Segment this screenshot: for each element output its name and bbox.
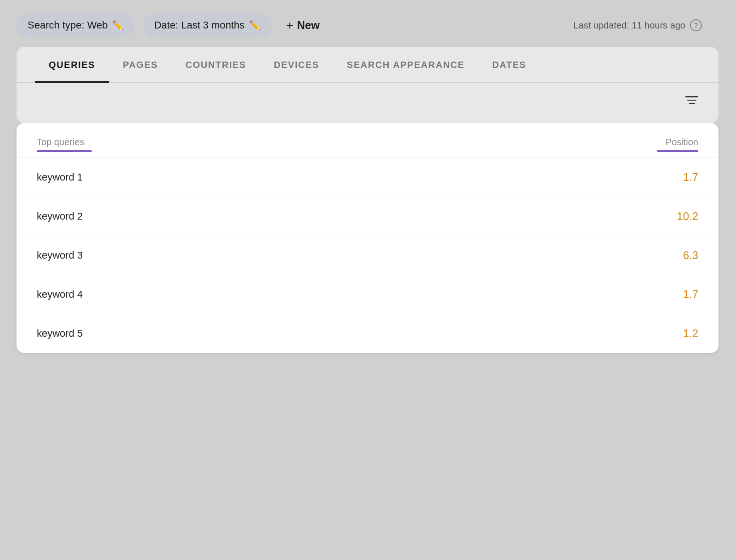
table-row[interactable]: keyword 2 10.2 [17, 197, 718, 236]
date-edit-icon[interactable]: ✏️ [249, 20, 260, 31]
top-bar: Search type: Web ✏️ Date: Last 3 months … [0, 0, 735, 47]
col-query-label: Top queries [37, 137, 92, 147]
filter-button[interactable] [682, 90, 702, 110]
new-button[interactable]: + New [280, 14, 326, 37]
filter-lines-icon [685, 96, 698, 104]
last-updated: Last updated: 11 hours ago ? [573, 19, 718, 31]
table-row[interactable]: keyword 1 1.7 [17, 158, 718, 197]
position-value: 1.2 [683, 327, 698, 340]
table-row[interactable]: keyword 4 1.7 [17, 275, 718, 314]
position-value: 1.7 [683, 288, 698, 301]
search-type-edit-icon[interactable]: ✏️ [112, 20, 124, 31]
col-position: Position [657, 137, 698, 152]
position-value: 10.2 [677, 210, 698, 223]
help-icon[interactable]: ? [690, 19, 702, 31]
date-label: Date: Last 3 months [154, 19, 244, 31]
keyword-label: keyword 4 [37, 288, 83, 300]
col-position-label: Position [657, 137, 698, 147]
position-value: 1.7 [683, 171, 698, 184]
table-row[interactable]: keyword 3 6.3 [17, 236, 718, 275]
keyword-label: keyword 5 [37, 328, 83, 339]
position-value: 6.3 [683, 249, 698, 262]
plus-icon: + [286, 18, 293, 33]
tab-countries[interactable]: COUNTRIES [172, 47, 260, 83]
date-filter[interactable]: Date: Last 3 months ✏️ [143, 13, 271, 38]
keyword-label: keyword 2 [37, 210, 83, 222]
col-query: Top queries [37, 137, 92, 152]
keyword-label: keyword 1 [37, 171, 83, 183]
tab-bar: QUERIES PAGES COUNTRIES DEVICES SEARCH A… [17, 47, 718, 83]
queries-table: Top queries Position keyword 1 1.7 keywo… [17, 123, 718, 353]
tab-devices[interactable]: DEVICES [260, 47, 333, 83]
tab-pages[interactable]: PAGES [109, 47, 172, 83]
col-position-underline [657, 150, 698, 152]
filter-row [17, 83, 718, 114]
search-type-filter[interactable]: Search type: Web ✏️ [17, 13, 135, 38]
col-query-underline [37, 150, 92, 152]
tab-search-appearance[interactable]: SEARCH APPEARANCE [333, 47, 479, 83]
table-header: Top queries Position [17, 123, 718, 158]
search-type-label: Search type: Web [28, 19, 107, 31]
tab-dates[interactable]: DATES [478, 47, 540, 83]
main-card: QUERIES PAGES COUNTRIES DEVICES SEARCH A… [17, 47, 718, 123]
keyword-label: keyword 3 [37, 249, 83, 261]
new-label: New [297, 19, 320, 32]
table-row[interactable]: keyword 5 1.2 [17, 314, 718, 353]
tab-queries[interactable]: QUERIES [35, 47, 109, 83]
last-updated-text: Last updated: 11 hours ago [573, 20, 685, 31]
